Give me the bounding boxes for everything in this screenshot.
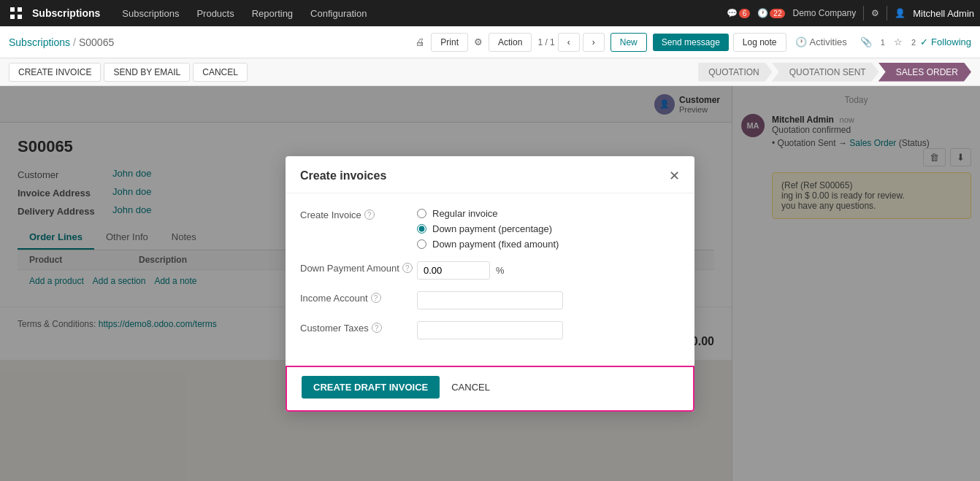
customer-taxes-field[interactable] bbox=[417, 321, 680, 339]
action-icon: ⚙ bbox=[474, 36, 483, 47]
status-sales-order[interactable]: SALES ORDER bbox=[878, 63, 971, 82]
radio-regular[interactable]: Regular invoice bbox=[417, 208, 680, 219]
income-account-label: Income Account ? bbox=[300, 291, 417, 304]
message-badge: 6 bbox=[739, 9, 751, 18]
breadcrumb-separator: / bbox=[73, 36, 76, 48]
print-icon: 🖨 bbox=[416, 36, 425, 47]
attachment-button[interactable]: 📎 bbox=[856, 34, 876, 50]
clock-icon[interactable]: 🕐22 bbox=[757, 8, 785, 18]
radio-regular-label: Regular invoice bbox=[432, 208, 498, 219]
nav-products[interactable]: Products bbox=[189, 5, 241, 22]
radio-down-pct[interactable]: Down payment (percentage) bbox=[417, 223, 680, 234]
company-name: Demo Company bbox=[792, 8, 856, 18]
clock-badge: 22 bbox=[770, 9, 785, 18]
activities-button[interactable]: 🕐 Activities bbox=[791, 34, 851, 50]
create-invoice-button[interactable]: CREATE INVOICE bbox=[9, 63, 101, 82]
send-by-email-button[interactable]: SEND BY EMAIL bbox=[104, 63, 190, 82]
create-invoice-label-text: Create Invoice bbox=[300, 209, 361, 220]
customer-taxes-label-text: Customer Taxes bbox=[300, 323, 369, 334]
income-account-row: Income Account ? bbox=[300, 291, 680, 309]
svg-rect-3 bbox=[18, 15, 22, 19]
checkmark-icon: ✓ bbox=[920, 36, 928, 47]
radio-down-pct-input[interactable] bbox=[417, 224, 426, 234]
activities-label: Activities bbox=[810, 36, 847, 47]
modal-title: Create invoices bbox=[300, 169, 386, 182]
cancel-button[interactable]: CANCEL bbox=[193, 63, 248, 82]
svg-rect-2 bbox=[10, 15, 15, 19]
send-message-button[interactable]: Send message bbox=[653, 34, 729, 51]
down-payment-label: Down Payment Amount ? bbox=[300, 261, 417, 274]
down-payment-label-text: Down Payment Amount bbox=[300, 263, 399, 274]
status-quotation[interactable]: QUOTATION bbox=[698, 63, 773, 82]
pagination-text: 1 / 1 bbox=[537, 37, 554, 47]
modal-body: Create Invoice ? Regular invoice Down pa… bbox=[286, 193, 694, 366]
create-draft-invoice-button[interactable]: CREATE DRAFT INVOICE bbox=[302, 376, 440, 399]
app-name: Subscriptions bbox=[32, 7, 100, 19]
top-navigation: Subscriptions Subscriptions Products Rep… bbox=[0, 0, 980, 26]
nav-subscriptions[interactable]: Subscriptions bbox=[115, 5, 186, 22]
customer-taxes-label: Customer Taxes ? bbox=[300, 321, 417, 334]
main-content: 👤 Customer Preview S00065 Customer John … bbox=[0, 86, 980, 481]
nav-configuration[interactable]: Configuration bbox=[303, 5, 374, 22]
pagination: 1 / 1 ‹ › bbox=[537, 33, 604, 52]
badge-1: 1 bbox=[881, 38, 885, 47]
radio-down-fixed-input[interactable] bbox=[417, 239, 426, 249]
status-quotation-sent[interactable]: QUOTATION SENT bbox=[772, 63, 879, 82]
following-button[interactable]: ✓ Following bbox=[920, 36, 971, 47]
income-account-help-icon[interactable]: ? bbox=[371, 293, 381, 303]
following-label: Following bbox=[931, 36, 971, 47]
next-button[interactable]: › bbox=[583, 33, 605, 52]
radio-down-fixed[interactable]: Down payment (fixed amount) bbox=[417, 239, 680, 250]
star-button[interactable]: ☆ bbox=[889, 34, 907, 50]
breadcrumb: Subscriptions / S00065 bbox=[9, 36, 114, 48]
customer-taxes-row: Customer Taxes ? bbox=[300, 321, 680, 339]
create-invoices-modal: Create invoices ✕ Create Invoice ? Regul… bbox=[286, 156, 694, 412]
radio-regular-input[interactable] bbox=[417, 209, 426, 218]
prev-button[interactable]: ‹ bbox=[558, 33, 580, 52]
income-account-field[interactable] bbox=[417, 291, 680, 309]
down-payment-row: Down Payment Amount ? % bbox=[300, 261, 680, 280]
modal-footer: CREATE DRAFT INVOICE CANCEL bbox=[286, 366, 694, 412]
action-bar: Subscriptions / S00065 🖨 Print ⚙ Action … bbox=[0, 26, 980, 58]
income-account-input[interactable] bbox=[417, 291, 563, 309]
top-right-area: 💬6 🕐22 Demo Company ⚙ 👤 Mitchell Admin bbox=[727, 6, 974, 20]
breadcrumb-root[interactable]: Subscriptions bbox=[9, 36, 70, 48]
sub-action-bar: CREATE INVOICE SEND BY EMAIL CANCEL QUOT… bbox=[0, 58, 980, 86]
modal-overlay: Create invoices ✕ Create Invoice ? Regul… bbox=[0, 86, 980, 481]
amount-input[interactable] bbox=[417, 261, 490, 280]
print-button[interactable]: Print bbox=[431, 33, 468, 52]
breadcrumb-current: S00065 bbox=[79, 36, 114, 48]
new-button[interactable]: New bbox=[610, 33, 647, 52]
action-button[interactable]: Action bbox=[489, 33, 532, 52]
nav-reporting[interactable]: Reporting bbox=[245, 5, 300, 22]
badge-2: 2 bbox=[911, 38, 916, 47]
create-invoice-help-icon[interactable]: ? bbox=[364, 209, 375, 220]
activities-icon: 🕐 bbox=[795, 36, 807, 47]
modal-cancel-button[interactable]: CANCEL bbox=[445, 376, 496, 399]
create-invoice-row: Create Invoice ? Regular invoice Down pa… bbox=[300, 208, 680, 250]
income-account-label-text: Income Account bbox=[300, 293, 368, 304]
svg-rect-0 bbox=[10, 7, 15, 12]
log-note-button[interactable]: Log note bbox=[733, 33, 786, 52]
customer-taxes-input[interactable] bbox=[417, 321, 563, 339]
percent-label: % bbox=[496, 265, 505, 276]
modal-close-button[interactable]: ✕ bbox=[669, 168, 680, 184]
app-grid-icon[interactable] bbox=[6, 3, 26, 23]
user-icon[interactable]: 👤 bbox=[895, 8, 906, 18]
right-buttons: Send message Log note 🕐 Activities 📎 1 ☆… bbox=[653, 33, 971, 52]
radio-down-fixed-label: Down payment (fixed amount) bbox=[432, 239, 559, 250]
user-name: Mitchell Admin bbox=[913, 8, 974, 19]
modal-header: Create invoices ✕ bbox=[286, 156, 694, 193]
radio-group: Regular invoice Down payment (percentage… bbox=[417, 208, 680, 250]
message-icon[interactable]: 💬6 bbox=[727, 8, 751, 18]
status-flow: QUOTATION QUOTATION SENT SALES ORDER bbox=[699, 63, 971, 82]
settings-icon[interactable]: ⚙ bbox=[871, 8, 879, 18]
radio-down-pct-label: Down payment (percentage) bbox=[432, 223, 552, 234]
down-payment-help-icon[interactable]: ? bbox=[402, 263, 413, 273]
customer-taxes-help-icon[interactable]: ? bbox=[372, 323, 382, 333]
create-invoice-label: Create Invoice ? bbox=[300, 208, 417, 220]
amount-field: % bbox=[417, 261, 680, 280]
svg-rect-1 bbox=[18, 7, 22, 12]
